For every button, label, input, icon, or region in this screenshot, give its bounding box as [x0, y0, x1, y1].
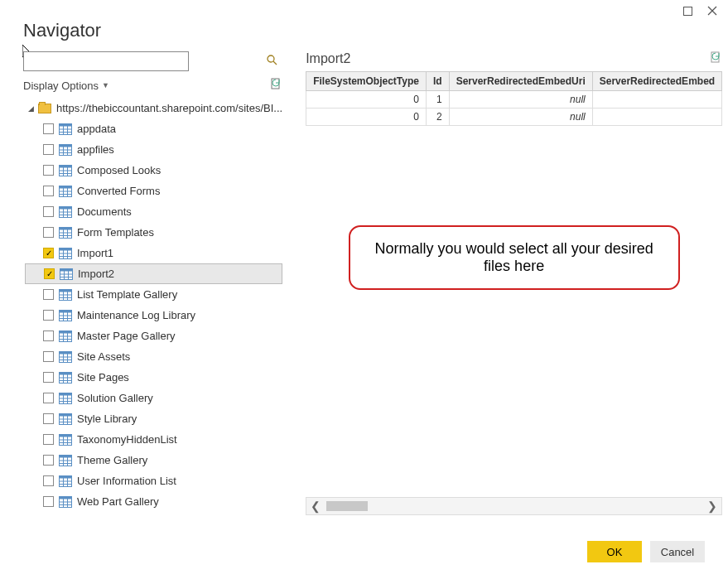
tree-item[interactable]: Web Part Gallery: [25, 491, 282, 512]
svg-rect-55: [60, 289, 72, 292]
table-icon: [59, 165, 72, 176]
checkbox[interactable]: [43, 206, 54, 217]
tree-item[interactable]: ✓Import1: [25, 243, 282, 263]
tree-root-node[interactable]: ◢ https://thebiccountant.sharepoint.com/…: [25, 98, 282, 118]
checkbox[interactable]: [43, 455, 54, 466]
checkbox[interactable]: [43, 123, 54, 134]
checkbox[interactable]: [43, 351, 54, 362]
checkbox[interactable]: [43, 289, 54, 300]
svg-rect-61: [60, 310, 72, 312]
tree-item-label: Composed Looks: [77, 164, 282, 176]
tree-item[interactable]: Site Assets: [25, 346, 282, 367]
navigator-tree[interactable]: ◢ https://thebiccountant.sharepoint.com/…: [23, 98, 282, 515]
tree-item-label: Site Pages: [77, 371, 282, 384]
table-row: 01null: [306, 91, 722, 109]
column-header[interactable]: FileSystemObjectType: [306, 72, 427, 91]
tree-item-label: Web Part Gallery: [77, 495, 282, 508]
checkbox[interactable]: [43, 372, 54, 383]
tree-item[interactable]: appdata: [25, 118, 282, 139]
tree-item[interactable]: Site Pages: [25, 367, 282, 388]
column-header[interactable]: Id: [426, 72, 449, 91]
scroll-right-icon[interactable]: ❯: [703, 499, 721, 513]
horizontal-scrollbar[interactable]: ❮ ❯: [306, 497, 722, 515]
table-icon: [60, 268, 73, 280]
tree-item[interactable]: ✓Import2: [25, 263, 282, 284]
search-icon: [267, 55, 277, 68]
refresh-icon[interactable]: [270, 78, 282, 93]
cancel-button[interactable]: Cancel: [650, 541, 705, 562]
table-icon: [59, 310, 72, 321]
svg-rect-19: [60, 165, 72, 167]
preview-refresh-icon[interactable]: [710, 51, 722, 66]
svg-rect-49: [60, 268, 73, 271]
search-input[interactable]: [23, 51, 189, 71]
tree-item[interactable]: Master Page Gallery: [25, 326, 282, 346]
checkbox[interactable]: [43, 165, 54, 176]
checkbox[interactable]: [43, 144, 54, 155]
annotation-callout: Normally you would select all your desir…: [349, 225, 680, 290]
tree-item-label: Maintenance Log Library: [77, 309, 282, 321]
table-icon: [59, 227, 72, 239]
annotation-text: Normally you would select all your desir…: [375, 240, 653, 274]
table-icon: [59, 434, 72, 446]
table-cell: 2: [426, 109, 449, 126]
tree-item[interactable]: List Template Gallery: [25, 284, 282, 305]
tree-item[interactable]: User Information List: [25, 470, 282, 491]
display-options-dropdown[interactable]: Display Options ▼: [23, 80, 109, 92]
table-icon: [59, 372, 72, 384]
checkbox[interactable]: ✓: [43, 248, 54, 258]
scroll-thumb[interactable]: [326, 501, 368, 511]
checkbox[interactable]: [43, 393, 54, 403]
table-cell: 1: [426, 91, 449, 109]
checkbox[interactable]: [43, 475, 54, 486]
tree-item[interactable]: Composed Looks: [25, 160, 282, 181]
table-icon: [59, 206, 72, 218]
checkbox[interactable]: [43, 434, 54, 445]
table-cell: null: [449, 109, 592, 126]
svg-rect-37: [60, 227, 72, 229]
table-icon: [59, 413, 72, 425]
checkbox[interactable]: [43, 331, 54, 341]
svg-rect-103: [60, 455, 72, 457]
tree-item[interactable]: Form Templates: [25, 222, 282, 243]
column-header[interactable]: ServerRedirectedEmbedUri: [449, 72, 592, 91]
table-icon: [59, 496, 72, 508]
tree-item[interactable]: TaxonomyHiddenList: [25, 429, 282, 450]
tree-item[interactable]: Converted Forms: [25, 181, 282, 201]
maximize-button[interactable]: [682, 5, 693, 17]
svg-rect-109: [60, 475, 72, 478]
checkbox[interactable]: [43, 496, 54, 507]
svg-rect-115: [60, 496, 72, 499]
checkbox[interactable]: [43, 186, 54, 196]
tree-item[interactable]: Style Library: [25, 408, 282, 429]
preview-title: Import2: [306, 51, 350, 66]
scroll-left-icon[interactable]: ❮: [306, 499, 325, 513]
collapse-icon[interactable]: ◢: [28, 104, 36, 113]
column-header[interactable]: ServerRedirectedEmbed: [592, 72, 721, 91]
tree-item-label: Import1: [77, 247, 282, 259]
table-icon: [59, 455, 72, 466]
tree-item[interactable]: appfiles: [25, 139, 282, 160]
checkbox[interactable]: [43, 310, 54, 321]
checkbox[interactable]: [43, 413, 54, 424]
tree-item[interactable]: Solution Gallery: [25, 388, 282, 408]
tree-item-label: Solution Gallery: [77, 392, 282, 404]
table-cell: 0: [306, 91, 427, 109]
svg-rect-73: [60, 351, 72, 354]
close-button[interactable]: [706, 5, 718, 17]
tree-item-label: List Template Gallery: [77, 288, 282, 301]
checkbox[interactable]: [43, 227, 54, 238]
tree-item[interactable]: Theme Gallery: [25, 450, 282, 470]
tree-item[interactable]: Documents: [25, 201, 282, 222]
tree-item-label: Form Templates: [77, 226, 282, 239]
table-cell: 0: [306, 109, 427, 126]
tree-item[interactable]: Maintenance Log Library: [25, 305, 282, 326]
checkbox[interactable]: ✓: [44, 268, 55, 279]
svg-point-3: [268, 55, 274, 62]
svg-rect-85: [60, 393, 72, 395]
ok-button[interactable]: OK: [587, 541, 642, 562]
tree-root-label: https://thebiccountant.sharepoint.com/si…: [56, 102, 282, 114]
svg-rect-43: [60, 248, 72, 250]
preview-table: FileSystemObjectTypeIdServerRedirectedEm…: [306, 71, 722, 126]
table-icon: [59, 393, 72, 404]
